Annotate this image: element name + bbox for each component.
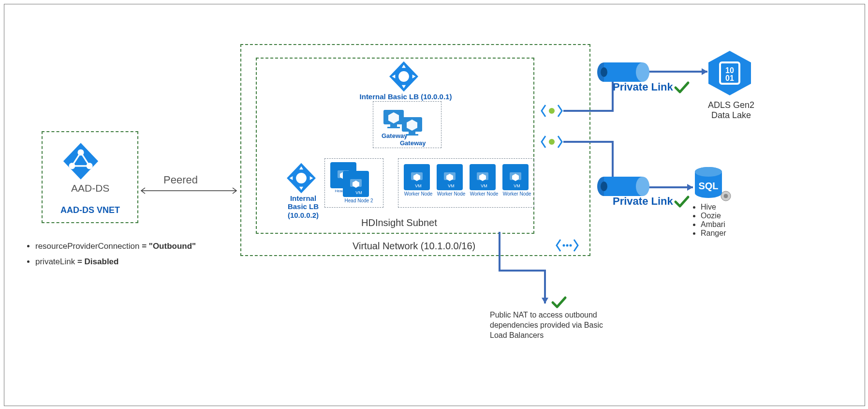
- private-link-label-2: Private Link: [613, 195, 673, 208]
- worker-node-1: VM Worker Node: [404, 164, 433, 197]
- aad-ds-vnet-label: AAD-DS VNET: [60, 205, 120, 215]
- lb2-icon: [285, 162, 318, 195]
- svg-point-55: [724, 194, 728, 198]
- svg-point-10: [570, 244, 572, 247]
- svg-marker-56: [542, 298, 548, 303]
- svg-point-40: [636, 62, 649, 82]
- gateway-vm-2: Gateway: [400, 113, 426, 147]
- svg-text:01: 01: [725, 74, 734, 82]
- peered-label: Peered: [163, 174, 198, 186]
- sql-icon: SQL: [690, 164, 734, 208]
- svg-rect-19: [406, 134, 418, 136]
- svg-point-41: [601, 67, 607, 77]
- check-icon-nat: [551, 295, 567, 309]
- virtual-network-title: Virtual Network (10.1.0.0/16): [353, 241, 475, 252]
- private-link-label-1: Private Link: [613, 81, 673, 93]
- svg-point-8: [563, 244, 565, 247]
- worker-node-2: VM Worker Node: [437, 164, 466, 197]
- check-icon-2: [674, 194, 690, 209]
- svg-point-49: [636, 177, 649, 196]
- adls-icon: 10 01: [706, 49, 754, 97]
- svg-point-52: [695, 167, 722, 177]
- nat-label: Public NAT to access outbound dependenci…: [490, 310, 606, 340]
- svg-rect-18: [409, 132, 415, 134]
- svg-text:SQL: SQL: [698, 181, 718, 191]
- svg-rect-14: [390, 124, 397, 127]
- svg-point-9: [566, 244, 569, 247]
- lb2-label: Internal Basic LB (10.0.0.2): [284, 194, 323, 219]
- diagram-stage: AAD-DS AAD-DS VNET Peered resourceProvid…: [4, 4, 865, 406]
- worker-node-3: VM Worker Node: [470, 164, 499, 197]
- head-node-2: VM Head Node 2: [343, 171, 375, 203]
- nat-arrow: [497, 232, 555, 309]
- svg-point-50: [601, 182, 607, 191]
- svg-point-35: [549, 108, 555, 114]
- check-icon-1: [674, 80, 690, 94]
- adls-label: ADLS Gen2 Data Lake: [705, 100, 758, 121]
- note-rpc: resourceProviderConnection = "Outbound": [35, 242, 220, 251]
- svg-marker-0: [63, 143, 98, 179]
- hdinsight-subnet-title: HDInsight Subnet: [361, 217, 437, 228]
- peered-arrow: [137, 186, 240, 196]
- note-privatelink: privateLink = Disabled: [35, 257, 220, 267]
- config-notes: resourceProviderConnection = "Outbound" …: [27, 242, 220, 273]
- vnet-icon: [555, 237, 580, 254]
- private-endpoint-icon-2: [539, 131, 565, 152]
- svg-point-12: [398, 71, 409, 82]
- aad-ds-title: AAD-DS: [71, 182, 109, 194]
- worker-node-4: VM Worker Node: [502, 164, 531, 197]
- lb1-icon: [387, 60, 420, 93]
- svg-text:10: 10: [725, 66, 734, 75]
- lb1-label: Internal Basic LB (10.0.0.1): [357, 92, 454, 101]
- svg-rect-15: [387, 127, 400, 128]
- svg-point-22: [296, 173, 307, 183]
- diagram-frame: AAD-DS AAD-DS VNET Peered resourceProvid…: [4, 4, 865, 406]
- sql-db-list: Hive Oozie Ambari Ranger: [692, 203, 726, 238]
- aad-ds-icon: [61, 141, 101, 181]
- svg-point-36: [549, 139, 555, 145]
- private-endpoint-icon-1: [539, 100, 565, 121]
